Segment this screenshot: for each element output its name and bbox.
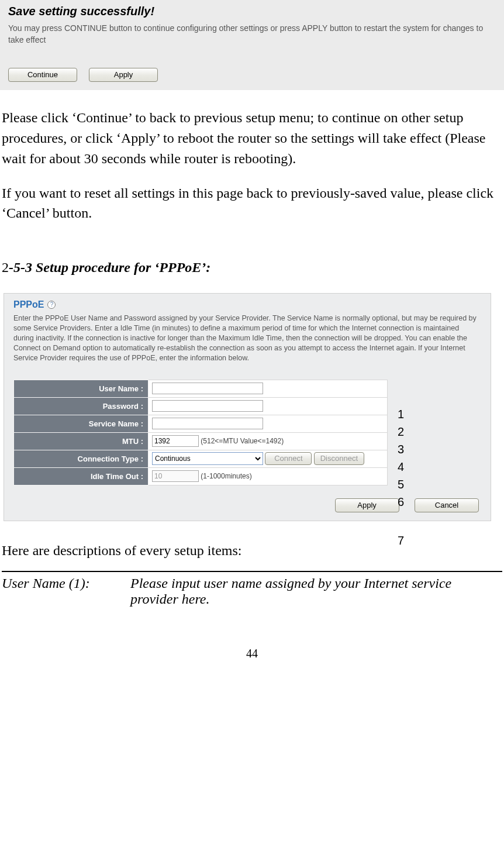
section-heading: 2-5-3 Setup procedure for ‘PPPoE’:: [0, 248, 504, 293]
input-idle-timeout[interactable]: [152, 470, 199, 482]
pppoe-panel-wrapper: PPPoE ? Enter the PPPoE User Name and Pa…: [0, 293, 504, 521]
save-success-dialog: Save setting successfully! You may press…: [0, 0, 504, 90]
body-text-block: Please click ‘Continue’ to back to previ…: [0, 90, 504, 248]
apply-button-bottom[interactable]: Apply: [335, 498, 399, 512]
definition-term: User Name (1):: [2, 576, 130, 607]
help-icon[interactable]: ?: [47, 301, 56, 309]
row-username: User Name :: [14, 380, 388, 397]
dialog-title: Save setting successfully!: [8, 5, 496, 18]
label-mtu: MTU :: [14, 432, 149, 450]
pppoe-panel: PPPoE ? Enter the PPPoE User Name and Pa…: [4, 293, 491, 521]
label-password: Password :: [14, 397, 149, 415]
callout-2: 2: [398, 425, 404, 439]
select-connection-type[interactable]: Continuous: [152, 452, 263, 465]
dialog-hint: You may press CONTINUE button to continu…: [8, 23, 496, 46]
pppoe-bottom-button-row: Apply Cancel: [13, 498, 481, 512]
callout-7: 7: [398, 534, 404, 547]
connect-button[interactable]: Connect: [265, 452, 312, 465]
hint-idle-timeout: (1-1000minutes): [201, 472, 251, 480]
pppoe-title-row: PPPoE ?: [13, 299, 481, 310]
input-username[interactable]: [152, 383, 263, 394]
dialog-button-row: Continue Apply: [8, 68, 496, 82]
hint-mtu: (512<=MTU Value<=1492): [201, 437, 284, 445]
descriptions-intro: Here are descriptions of every setup ite…: [0, 521, 504, 567]
row-connection-type: Connection Type : Continuous Connect Dis…: [14, 450, 388, 467]
label-idle-timeout: Idle Time Out :: [14, 467, 149, 485]
label-connection-type: Connection Type :: [14, 450, 149, 467]
callout-3: 3: [398, 443, 404, 456]
pppoe-form-table: User Name : Password : Service Name : MT…: [13, 380, 388, 485]
callout-4: 4: [398, 460, 404, 474]
pppoe-title-text: PPPoE: [13, 299, 44, 310]
pppoe-description: Enter the PPPoE User Name and Password a…: [13, 314, 481, 363]
body-paragraph-2: If you want to reset all settings in thi…: [2, 183, 502, 224]
label-service-name: Service Name :: [14, 415, 149, 432]
cancel-button-bottom[interactable]: Cancel: [415, 498, 479, 512]
section-heading-number: 2: [2, 260, 9, 275]
continue-button[interactable]: Continue: [8, 68, 77, 82]
definition-block: User Name (1): Please input user name as…: [2, 571, 502, 607]
input-mtu[interactable]: [152, 435, 199, 447]
disconnect-button[interactable]: Disconnect: [314, 452, 364, 465]
definition-desc: Please input user name assigned by your …: [130, 576, 502, 607]
row-password: Password :: [14, 397, 388, 415]
page-number: 44: [0, 647, 504, 660]
callout-1: 1: [398, 408, 404, 421]
input-password[interactable]: [152, 400, 263, 412]
row-mtu: MTU : (512<=MTU Value<=1492): [14, 432, 388, 450]
callout-6: 6: [398, 495, 404, 509]
section-heading-text: -5-3 Setup procedure for ‘PPPoE’:: [9, 260, 210, 275]
input-service-name[interactable]: [152, 418, 263, 429]
body-paragraph-1: Please click ‘Continue’ to back to previ…: [2, 108, 502, 168]
callout-5: 5: [398, 478, 404, 491]
label-username: User Name :: [14, 380, 149, 397]
row-service-name: Service Name :: [14, 415, 388, 432]
row-idle-timeout: Idle Time Out : (1-1000minutes): [14, 467, 388, 485]
apply-button-top[interactable]: Apply: [89, 68, 158, 82]
